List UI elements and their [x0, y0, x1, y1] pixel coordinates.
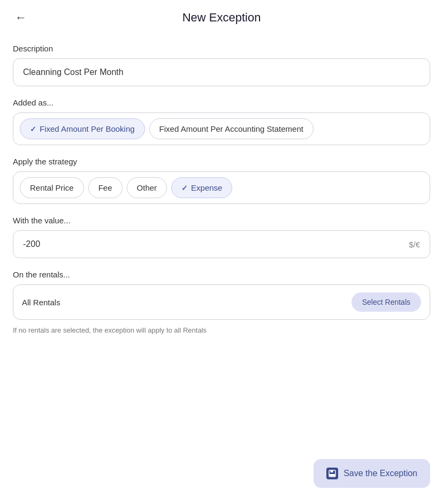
select-rentals-button[interactable]: Select Rentals	[352, 292, 421, 312]
option-fixed-per-statement-label: Fixed Amount Per Accounting Statement	[159, 124, 303, 133]
option-fixed-per-statement[interactable]: Fixed Amount Per Accounting Statement	[149, 118, 314, 139]
main-content: Description Added as... ✓ Fixed Amount P…	[0, 30, 443, 400]
option-rental-price[interactable]: Rental Price	[20, 177, 84, 198]
option-fixed-per-booking-label: Fixed Amount Per Booking	[40, 124, 135, 133]
rentals-label: On the rentals...	[13, 270, 430, 279]
option-expense-label: Expense	[191, 183, 222, 192]
option-fee[interactable]: Fee	[88, 177, 123, 198]
check-icon: ✓	[30, 125, 36, 133]
added-as-options: ✓ Fixed Amount Per Booking Fixed Amount …	[13, 112, 430, 145]
save-button-label: Save the Exception	[343, 469, 417, 478]
all-rentals-label: All Rentals	[22, 298, 60, 307]
currency-label: $/€	[409, 240, 420, 249]
value-container: $/€	[13, 230, 430, 258]
page-header: ← New Exception	[0, 0, 443, 30]
svg-rect-2	[330, 474, 335, 476]
option-other-label: Other	[137, 183, 157, 192]
strategy-label: Apply the strategy	[13, 157, 430, 166]
save-exception-button[interactable]: Save the Exception	[314, 459, 430, 488]
value-input[interactable]	[23, 239, 409, 249]
rentals-container: All Rentals Select Rentals	[13, 284, 430, 320]
option-rental-price-label: Rental Price	[30, 183, 74, 192]
option-other[interactable]: Other	[127, 177, 167, 198]
description-label: Description	[13, 44, 430, 53]
page-title: New Exception	[182, 11, 261, 25]
save-icon	[326, 468, 338, 479]
option-fixed-per-booking[interactable]: ✓ Fixed Amount Per Booking	[20, 118, 145, 139]
description-input[interactable]	[13, 58, 430, 86]
option-fee-label: Fee	[98, 183, 112, 192]
value-label: With the value...	[13, 216, 430, 225]
added-as-label: Added as...	[13, 98, 430, 107]
svg-rect-1	[331, 470, 333, 472]
rentals-info-text: If no rentals are selected, the exceptio…	[13, 326, 430, 334]
save-button-container: Save the Exception	[314, 459, 430, 488]
check-icon-expense: ✓	[181, 184, 188, 192]
strategy-options: Rental Price Fee Other ✓ Expense	[13, 171, 430, 204]
back-button[interactable]: ←	[11, 9, 31, 27]
option-expense[interactable]: ✓ Expense	[171, 177, 232, 198]
